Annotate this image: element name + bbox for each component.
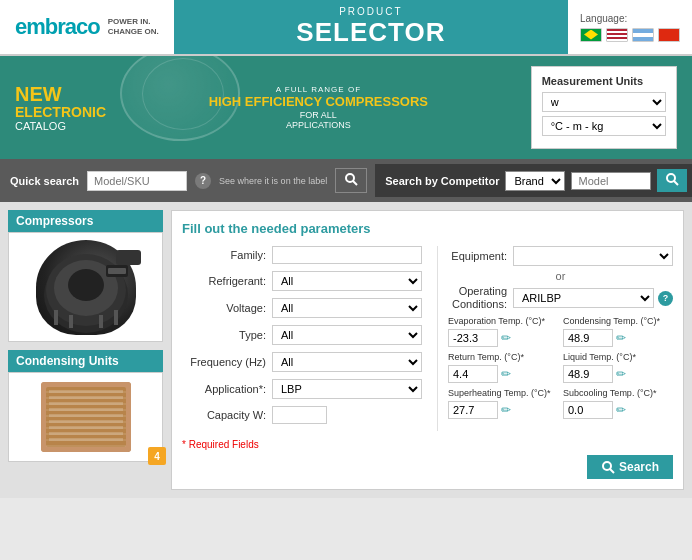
measurement-unit-select-1[interactable]: w [542, 92, 666, 112]
left-panel: Compressors Condensing Units [8, 210, 163, 490]
evap-temp-input-row: ✏ [448, 329, 558, 347]
search-button[interactable]: Search [587, 455, 673, 479]
banner-left: NEW ELECTRONIC CATALOG [15, 83, 106, 132]
evap-temp-edit-icon[interactable]: ✏ [501, 331, 511, 345]
banner-applications-label: APPLICATIONS [116, 120, 521, 130]
product-label: PRODUCT [339, 6, 402, 17]
banner-fullrange-label: A FULL RANGE OF [116, 85, 521, 94]
frequency-select[interactable]: All [272, 352, 422, 372]
capacity-row: Capacity W: [182, 406, 422, 424]
application-label: Application*: [182, 383, 272, 395]
measurement-unit-select-2[interactable]: °C - m - kg [542, 116, 666, 136]
liquid-temp-cell: Liquid Temp. (°C)* ✏ [563, 352, 673, 383]
liquid-temp-edit-icon[interactable]: ✏ [616, 367, 626, 381]
subcool-temp-cell: Subcooling Temp. (°C)* ✏ [563, 388, 673, 419]
required-note: * Required Fields [182, 439, 673, 450]
form-grid: Family: Refrigerant: All Voltage: All [182, 246, 673, 431]
cond-temp-input[interactable] [563, 329, 613, 347]
svg-point-9 [68, 269, 104, 301]
banner-center: A FULL RANGE OF HIGH EFFICIENCY COMPRESS… [116, 85, 521, 131]
quick-search-help-icon[interactable]: ? [195, 173, 211, 189]
svg-point-0 [346, 174, 354, 182]
form-right-column: Equipment: or Operating Conditions: ARIL… [437, 246, 673, 431]
competitor-search-button[interactable] [657, 169, 687, 192]
evap-temp-label: Evaporation Temp. (°C)* [448, 316, 558, 327]
svg-rect-17 [49, 396, 123, 399]
compressors-title: Compressors [8, 210, 163, 232]
language-area: Language: [568, 0, 692, 54]
refrigerant-label: Refrigerant: [182, 275, 272, 287]
operating-conditions-select[interactable]: ARILBP [513, 288, 654, 308]
voltage-label: Voltage: [182, 302, 272, 314]
search-button-icon [601, 460, 615, 474]
operating-conditions-label: Operating Conditions: [448, 285, 513, 311]
liquid-temp-input-row: ✏ [563, 365, 673, 383]
family-row: Family: [182, 246, 422, 264]
liquid-temp-label: Liquid Temp. (°C)* [563, 352, 673, 363]
type-row: Type: All [182, 325, 422, 345]
type-select[interactable]: All [272, 325, 422, 345]
form-panel: Fill out the needed parameters Family: R… [171, 210, 684, 490]
competitor-brand-select[interactable]: Brand [505, 171, 565, 191]
logo-tagline: POWER IN. CHANGE ON. [108, 17, 159, 38]
return-temp-input[interactable] [448, 365, 498, 383]
compressor-image-box[interactable] [8, 232, 163, 342]
operating-conditions-help-icon[interactable]: ? [658, 291, 673, 306]
capacity-input[interactable] [272, 406, 327, 424]
competitor-model-input[interactable] [571, 172, 651, 190]
svg-rect-24 [49, 438, 123, 441]
cond-temp-label: Condensing Temp. (°C)* [563, 316, 673, 327]
form-bottom-bar: * Required Fields Search [182, 439, 673, 450]
condensing-svg [41, 382, 131, 452]
logo: embraco [15, 14, 100, 40]
banner-higheff-label: HIGH EFFICIENCY COMPRESSORS [116, 94, 521, 111]
equipment-select[interactable] [513, 246, 673, 266]
flag-us[interactable] [606, 28, 628, 42]
superheat-temp-edit-icon[interactable]: ✏ [501, 403, 511, 417]
selector-label: SELECTOR [296, 17, 445, 48]
svg-rect-15 [46, 387, 126, 447]
refrigerant-select[interactable]: All [272, 271, 422, 291]
subcool-temp-input[interactable] [563, 401, 613, 419]
voltage-select[interactable]: All [272, 298, 422, 318]
competitor-search-icon [665, 172, 679, 186]
flag-brazil[interactable] [580, 28, 602, 42]
condensing-image [41, 382, 131, 452]
banner-electronic-label: ELECTRONIC [15, 105, 106, 120]
type-label: Type: [182, 329, 272, 341]
search-button-label: Search [619, 460, 659, 474]
svg-rect-18 [49, 402, 123, 405]
return-temp-input-row: ✏ [448, 365, 558, 383]
liquid-temp-input[interactable] [563, 365, 613, 383]
frequency-row: Frequency (Hz) All [182, 352, 422, 372]
svg-rect-22 [49, 426, 123, 429]
family-input[interactable] [272, 246, 422, 264]
subcool-temp-label: Subcooling Temp. (°C)* [563, 388, 673, 399]
arrow-badge[interactable]: 4 [148, 447, 166, 465]
quick-search-input[interactable] [87, 171, 187, 191]
quick-search-see-label: See where it is on the label [219, 176, 327, 186]
compressor-svg [36, 240, 136, 335]
flag-china[interactable] [658, 28, 680, 42]
application-select[interactable]: LBP [272, 379, 422, 399]
measurement-units-title: Measurement Units [542, 75, 666, 87]
equipment-label: Equipment: [448, 250, 513, 262]
flag-argentina[interactable] [632, 28, 654, 42]
operating-conditions-row: Operating Conditions: ARILBP ? [448, 285, 673, 311]
search-icon [344, 172, 358, 186]
superheat-temp-input[interactable] [448, 401, 498, 419]
condensing-units-title: Condensing Units [8, 350, 163, 372]
temperature-grid: Evaporation Temp. (°C)* ✏ Condensing Tem… [448, 316, 673, 418]
voltage-row: Voltage: All [182, 298, 422, 318]
condensing-image-box[interactable]: 4 [8, 372, 163, 462]
cond-temp-edit-icon[interactable]: ✏ [616, 331, 626, 345]
evap-temp-input[interactable] [448, 329, 498, 347]
svg-line-26 [610, 469, 614, 473]
return-temp-edit-icon[interactable]: ✏ [501, 367, 511, 381]
logo-area: embraco POWER IN. CHANGE ON. [0, 0, 174, 54]
svg-point-25 [603, 462, 611, 470]
return-temp-cell: Return Temp. (°C)* ✏ [448, 352, 558, 383]
quick-search-button[interactable] [335, 168, 367, 193]
subcool-temp-edit-icon[interactable]: ✏ [616, 403, 626, 417]
frequency-label: Frequency (Hz) [182, 356, 272, 368]
